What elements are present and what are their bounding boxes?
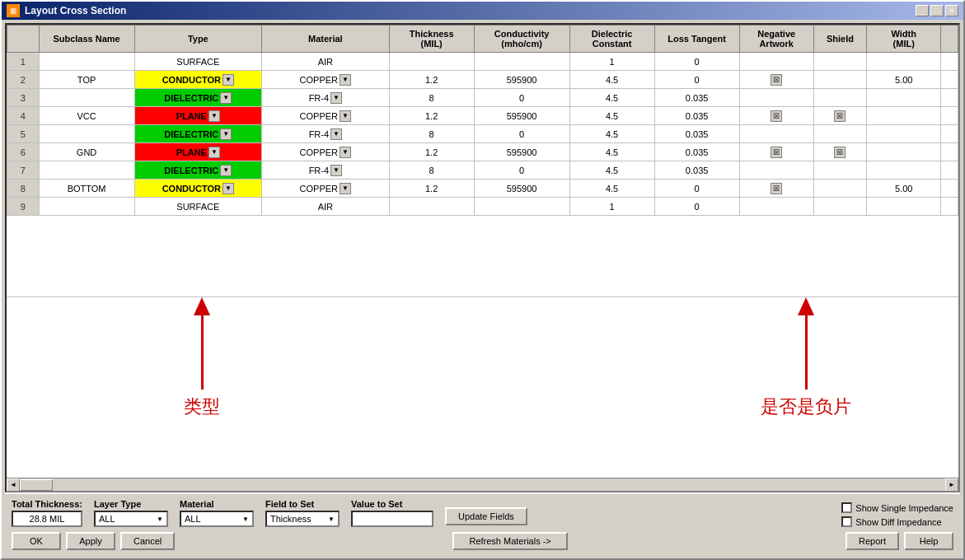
row-thickness[interactable]: 8: [389, 125, 474, 143]
row-material[interactable]: FR-4▼: [262, 125, 390, 143]
scroll-right-btn[interactable]: ►: [945, 478, 958, 492]
material-dropdown-cell[interactable]: FR-4▼: [267, 128, 384, 140]
table-row[interactable]: 2TOPCONDUCTOR▼COPPER▼1.25959004.50☒5.00: [7, 71, 958, 89]
scroll-left-btn[interactable]: ◄: [7, 478, 20, 492]
row-dielectric[interactable]: 4.5: [569, 89, 654, 107]
type-dropdown-cell[interactable]: DIELECTRIC▼: [140, 165, 257, 176]
row-shield[interactable]: ☒: [813, 107, 866, 125]
row-conductivity[interactable]: 595900: [474, 143, 569, 161]
type-dropdown-cell[interactable]: DIELECTRIC▼: [140, 128, 257, 140]
row-material[interactable]: AIR: [262, 53, 390, 71]
negative-artwork-checkbox[interactable]: ☒: [771, 74, 782, 86]
table-row[interactable]: 8BOTTOMCONDUCTOR▼COPPER▼1.25959004.50☒5.…: [7, 180, 958, 198]
type-dropdown-btn[interactable]: ▼: [223, 74, 234, 86]
row-subclass[interactable]: [39, 53, 134, 71]
row-thickness[interactable]: 1.2: [389, 107, 474, 125]
row-dielectric[interactable]: 4.5: [569, 180, 654, 198]
type-dropdown-cell[interactable]: DIELECTRIC▼: [140, 92, 257, 104]
material-dropdown-btn[interactable]: ▼: [330, 92, 342, 104]
show-diff-impedance-option[interactable]: Show Diff Impedance: [841, 516, 953, 527]
row-loss[interactable]: 0.035: [654, 125, 739, 143]
type-dropdown-cell[interactable]: PLANE▼: [140, 147, 257, 158]
row-type[interactable]: DIELECTRIC▼: [134, 125, 262, 143]
table-row[interactable]: 6GNDPLANE▼COPPER▼1.25959004.50.035☒☒: [7, 143, 958, 161]
row-subclass[interactable]: VCC: [39, 107, 134, 125]
row-subclass[interactable]: [39, 125, 134, 143]
row-material[interactable]: FR-4▼: [262, 89, 390, 107]
row-loss[interactable]: 0.035: [654, 107, 739, 125]
row-negative[interactable]: ☒: [739, 180, 813, 198]
layer-type-select[interactable]: ALL ▼: [94, 511, 168, 527]
row-subclass[interactable]: GND: [39, 143, 134, 161]
row-type[interactable]: SURFACE: [134, 198, 262, 216]
row-loss[interactable]: 0.035: [654, 161, 739, 180]
row-subclass[interactable]: BOTTOM: [39, 180, 134, 198]
row-subclass[interactable]: [39, 198, 134, 216]
table-row[interactable]: 7DIELECTRIC▼FR-4▼804.50.035: [7, 161, 958, 180]
row-type[interactable]: PLANE▼: [134, 107, 262, 125]
row-conductivity[interactable]: [474, 198, 569, 216]
minimize-button[interactable]: _: [916, 5, 929, 16]
row-negative[interactable]: [739, 125, 813, 143]
negative-artwork-checkbox[interactable]: ☒: [771, 183, 782, 194]
row-type[interactable]: CONDUCTOR▼: [134, 180, 262, 198]
negative-artwork-checkbox[interactable]: ☒: [771, 147, 782, 158]
row-loss[interactable]: 0: [654, 180, 739, 198]
row-negative[interactable]: ☒: [739, 107, 813, 125]
row-material[interactable]: FR-4▼: [262, 161, 390, 180]
row-dielectric[interactable]: 4.5: [569, 161, 654, 180]
help-button[interactable]: Help: [904, 532, 953, 550]
table-row[interactable]: 9SURFACEAIR10: [7, 198, 958, 216]
row-type[interactable]: CONDUCTOR▼: [134, 71, 262, 89]
material-dropdown-btn[interactable]: ▼: [330, 165, 342, 176]
row-shield[interactable]: ☒: [813, 143, 866, 161]
row-subclass[interactable]: TOP: [39, 71, 134, 89]
row-shield[interactable]: [813, 89, 866, 107]
row-loss[interactable]: 0.035: [654, 143, 739, 161]
row-material[interactable]: COPPER▼: [262, 143, 390, 161]
show-diff-checkbox[interactable]: [841, 516, 852, 527]
type-dropdown-cell[interactable]: PLANE▼: [140, 110, 257, 122]
material-dropdown-btn[interactable]: ▼: [340, 183, 351, 194]
row-thickness[interactable]: 1.2: [389, 71, 474, 89]
row-thickness[interactable]: 8: [389, 89, 474, 107]
row-negative[interactable]: [739, 89, 813, 107]
row-subclass[interactable]: [39, 161, 134, 180]
row-dielectric[interactable]: 4.5: [569, 107, 654, 125]
type-dropdown-btn[interactable]: ▼: [220, 128, 232, 140]
scrollbar-thumb[interactable]: [20, 479, 53, 491]
row-shield[interactable]: [813, 180, 866, 198]
row-negative[interactable]: ☒: [739, 71, 813, 89]
row-width[interactable]: [867, 161, 941, 180]
row-type[interactable]: SURFACE: [134, 53, 262, 71]
material-select[interactable]: ALL ▼: [180, 511, 254, 527]
apply-button[interactable]: Apply: [66, 532, 115, 550]
row-dielectric[interactable]: 4.5: [569, 143, 654, 161]
shield-checkbox[interactable]: ☒: [834, 147, 846, 158]
cancel-button[interactable]: Cancel: [120, 532, 175, 550]
row-width[interactable]: [867, 53, 941, 71]
row-dielectric[interactable]: 4.5: [569, 71, 654, 89]
row-width[interactable]: [867, 143, 941, 161]
row-loss[interactable]: 0: [654, 198, 739, 216]
row-width[interactable]: [867, 89, 941, 107]
row-conductivity[interactable]: 595900: [474, 71, 569, 89]
material-dropdown-cell[interactable]: COPPER▼: [267, 147, 384, 158]
row-loss[interactable]: 0.035: [654, 89, 739, 107]
material-dropdown-cell[interactable]: FR-4▼: [267, 165, 384, 176]
table-row[interactable]: 5DIELECTRIC▼FR-4▼804.50.035: [7, 125, 958, 143]
row-thickness[interactable]: [389, 198, 474, 216]
row-thickness[interactable]: 8: [389, 161, 474, 180]
row-material[interactable]: COPPER▼: [262, 71, 390, 89]
row-conductivity[interactable]: [474, 53, 569, 71]
row-width[interactable]: [867, 198, 941, 216]
row-type[interactable]: DIELECTRIC▼: [134, 161, 262, 180]
row-material[interactable]: COPPER▼: [262, 107, 390, 125]
table-row[interactable]: 1SURFACEAIR10: [7, 53, 958, 71]
row-shield[interactable]: [813, 53, 866, 71]
row-dielectric[interactable]: 1: [569, 198, 654, 216]
table-scroll[interactable]: Subclass Name Type Material Thickness(MI…: [7, 25, 958, 296]
row-conductivity[interactable]: 595900: [474, 180, 569, 198]
row-negative[interactable]: [739, 53, 813, 71]
row-dielectric[interactable]: 1: [569, 53, 654, 71]
